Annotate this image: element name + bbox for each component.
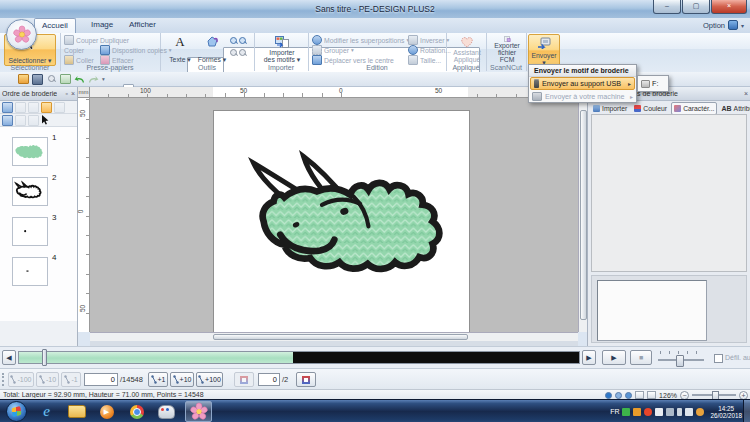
antivirus-tray-icon[interactable] — [622, 408, 630, 416]
toolbar-grip[interactable] — [2, 373, 7, 386]
design-canvas[interactable] — [90, 98, 578, 332]
measure-tool-icon[interactable] — [239, 49, 247, 57]
hide-frame-icon[interactable] — [54, 102, 65, 113]
alert-tray-icon[interactable] — [644, 408, 652, 416]
pointer-icon[interactable] — [41, 115, 49, 125]
taskbar-clock[interactable]: 14:25 26/02/2018 — [710, 405, 742, 419]
select-frame-icon[interactable] — [2, 102, 13, 113]
menu-item-envoyer-usb[interactable]: Envoyer au support USB ▸ — [530, 77, 635, 90]
order-item-3[interactable]: 3 — [10, 213, 70, 247]
design-page-button[interactable] — [60, 74, 71, 85]
next-color-button[interactable] — [296, 372, 316, 387]
play-button[interactable]: ▶ — [602, 350, 626, 365]
taskbar-chrome[interactable] — [123, 401, 150, 422]
maximize-button[interactable]: ▢ — [682, 0, 710, 14]
stitch-plus-10-button[interactable]: +10 — [170, 372, 194, 387]
copier-button[interactable]: Copier — [64, 45, 84, 55]
assistant-applique-button[interactable]: AssistantAppliqué — [449, 34, 485, 64]
design-property-button[interactable] — [635, 391, 644, 399]
display-tray-icon[interactable] — [666, 408, 674, 416]
vertical-scrollbar[interactable] — [578, 98, 587, 332]
stitch-progress-track[interactable] — [18, 351, 580, 364]
pin-icon[interactable]: ▫ — [65, 90, 67, 97]
lock-tray-icon[interactable] — [633, 408, 641, 416]
design-page[interactable] — [213, 110, 470, 332]
triceratops-design[interactable] — [247, 141, 455, 291]
stitch-plus-1-button[interactable]: +1 — [148, 372, 168, 387]
stitch-plus-100-button[interactable]: +100 — [196, 372, 223, 387]
taskbar-internet-explorer[interactable]: e — [33, 401, 60, 422]
grouper-button[interactable]: Grouper▾ — [312, 45, 354, 55]
layout-mode-icon[interactable] — [2, 115, 13, 126]
save-button[interactable] — [32, 74, 43, 85]
importer-motifs-button[interactable]: Importerdes motifs ▾ — [258, 34, 306, 64]
jump-to-start-button[interactable]: ◀ — [2, 350, 16, 365]
move-down-icon[interactable] — [28, 102, 39, 113]
current-color-input[interactable]: 0 — [258, 373, 280, 386]
battery-tray-icon[interactable] — [677, 408, 682, 416]
minimize-button[interactable]: – — [653, 0, 681, 14]
fit-page-button[interactable] — [647, 391, 656, 399]
stitch-minus-10-button[interactable]: -10 — [36, 372, 59, 387]
dupliquer-button[interactable]: Dupliquer — [100, 35, 129, 45]
exporter-fcm-button[interactable]: Exporterfichier FCM — [489, 34, 525, 64]
design-settings-button[interactable] — [46, 74, 57, 85]
lock-icon[interactable] — [15, 115, 26, 126]
close-button[interactable]: × — [711, 0, 747, 14]
volume-tray-icon[interactable] — [685, 408, 693, 416]
title-bar[interactable]: Sans titre - PE-DESIGN PLUS2 – ▢ × — [0, 0, 750, 19]
tab-image[interactable]: Image — [84, 18, 120, 32]
tab-accueil[interactable]: Accueil — [34, 18, 76, 33]
stitch-position-handle[interactable] — [42, 349, 47, 366]
open-file-button[interactable] — [18, 74, 29, 85]
taskbar-paint[interactable] — [153, 401, 180, 422]
show-frame-icon[interactable] — [41, 102, 52, 113]
order-item-4[interactable]: 4 — [10, 253, 70, 287]
option-menu[interactable]: Option ▾ — [703, 20, 744, 30]
stitch-minus-1-button[interactable]: -1 — [61, 372, 81, 387]
panel-close-icon[interactable]: × — [744, 90, 748, 97]
panel-close-icon[interactable]: × — [71, 90, 75, 97]
taskbar-pe-design[interactable] — [185, 401, 212, 422]
stop-button[interactable]: ■ — [630, 350, 652, 365]
order-item-2[interactable]: 2 — [10, 173, 70, 207]
horizontal-scrollbar-thumb[interactable] — [213, 334, 468, 340]
jump-to-end-button[interactable]: ▶ — [582, 350, 596, 365]
couper-button[interactable]: Couper — [64, 35, 98, 45]
new-document-button[interactable] — [4, 74, 15, 85]
zoom-slider[interactable] — [692, 394, 736, 396]
wireless-tray-icon[interactable] — [696, 408, 704, 416]
menu-item-envoyer-machine[interactable]: Envoyer à votre machine ▸ — [529, 90, 636, 102]
language-indicator[interactable]: FR — [610, 408, 619, 415]
inverser-button[interactable]: Inverser▾ — [408, 35, 449, 45]
modifier-superpositions-button[interactable]: Modifier les superpositions▾ — [312, 35, 409, 45]
rotation-button[interactable]: Rotation... — [408, 45, 451, 55]
show-desktop-button[interactable] — [743, 400, 750, 422]
realistic-view-button[interactable] — [605, 392, 612, 399]
taskbar-media-player[interactable]: ▶ — [93, 401, 120, 422]
texte-button[interactable]: A Texte ▾ — [166, 34, 194, 64]
order-item-1[interactable]: 1 — [10, 133, 70, 167]
previous-color-button[interactable] — [234, 372, 254, 387]
zoom-in-icon[interactable] — [230, 37, 238, 45]
stitch-minus-100-button[interactable]: -100 — [8, 372, 34, 387]
application-button[interactable] — [6, 19, 37, 50]
stitch-view-button[interactable] — [615, 392, 622, 399]
menu-header-envoyer-motif[interactable]: Envoyer le motif de broderie — [529, 65, 636, 77]
tab-afficher[interactable]: Afficher — [122, 18, 163, 32]
horizontal-scrollbar[interactable] — [90, 332, 578, 341]
zoom-out-icon[interactable] — [239, 37, 247, 45]
speed-slider[interactable] — [658, 351, 704, 365]
qat-more-button[interactable]: ▾ — [102, 76, 105, 82]
usb-drive-letter[interactable]: F: — [652, 79, 658, 88]
pan-tool-icon[interactable] — [230, 49, 238, 57]
applique-icon[interactable] — [28, 115, 39, 126]
flag-tray-icon[interactable] — [655, 408, 663, 416]
envoyer-button[interactable]: Envoyer ▾ — [528, 34, 560, 68]
taskbar-explorer[interactable] — [63, 401, 90, 422]
solid-view-button[interactable] — [625, 392, 632, 399]
start-button[interactable] — [3, 401, 30, 422]
undo-button[interactable] — [74, 74, 85, 85]
auto-scroll-checkbox[interactable] — [714, 354, 723, 363]
speed-slider-thumb[interactable] — [676, 355, 684, 367]
